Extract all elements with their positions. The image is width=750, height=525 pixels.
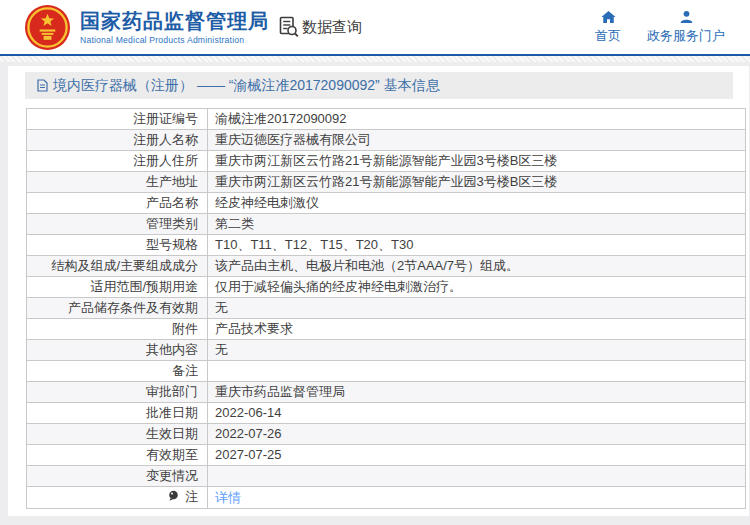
row-value: 仅用于减轻偏头痛的经皮神经电刺激治疗。 [208,277,746,298]
row-label: 注册证编号 [27,109,208,130]
table-row: 产品名称 经皮神经电刺激仪 [27,193,746,214]
table-row: 结构及组成/主要组成成分 该产品由主机、电极片和电池（2节AAA/7号）组成。 [27,256,746,277]
row-label: 注 [185,489,198,504]
china-national-emblem-icon [24,4,71,51]
table-row-note: 注 详情 [27,487,746,509]
table-row: 审批部门 重庆市药品监督管理局 [27,382,746,403]
table-row: 其他内容 无 [27,340,746,361]
row-label: 注册人住所 [27,151,208,172]
header-nav: 首页 政务服务门户 [595,10,735,45]
row-value: 渝械注准20172090092 [208,109,746,130]
row-label: 备注 [27,361,208,382]
row-label-note: 注 [27,487,208,509]
table-row: 生效日期 2022-07-26 [27,424,746,445]
row-value: 2022-06-14 [208,403,746,424]
table-row: 变更情况 [27,466,746,487]
row-label: 结构及组成/主要组成成分 [27,256,208,277]
row-value: T10、T11、T12、T15、T20、T30 [208,235,746,256]
row-value: 该产品由主机、电极片和电池（2节AAA/7号）组成。 [208,256,746,277]
row-value: 2027-07-25 [208,445,746,466]
table-row: 批准日期 2022-06-14 [27,403,746,424]
person-icon [679,10,694,24]
row-label: 注册人名称 [27,130,208,151]
document-search-icon [279,16,299,38]
data-query-label: 数据查询 [302,18,362,37]
table-row: 适用范围/预期用途 仅用于减轻偏头痛的经皮神经电刺激治疗。 [27,277,746,298]
nav-home-label: 首页 [595,27,621,45]
row-label: 其他内容 [27,340,208,361]
row-label: 有效期至 [27,445,208,466]
table-row: 产品储存条件及有效期 无 [27,298,746,319]
row-label: 管理类别 [27,214,208,235]
detail-link[interactable]: 详情 [215,490,241,505]
row-label: 审批部门 [27,382,208,403]
row-value: 第二类 [208,214,746,235]
row-value: 产品技术要求 [208,319,746,340]
content-card: 境内医疗器械（注册） —— “渝械注准20172090092” 基本信息 注册证… [8,66,749,516]
row-value: 详情 [208,487,746,509]
table-row: 型号规格 T10、T11、T12、T15、T20、T30 [27,235,746,256]
row-label: 变更情况 [27,466,208,487]
row-label: 生产地址 [27,172,208,193]
row-label: 附件 [27,319,208,340]
nav-portal[interactable]: 政务服务门户 [647,10,725,45]
row-label: 批准日期 [27,403,208,424]
row-label: 产品名称 [27,193,208,214]
document-icon [37,79,48,92]
nav-home[interactable]: 首页 [595,10,621,45]
site-title: 国家药品监督管理局 [80,9,269,33]
nav-portal-label: 政务服务门户 [647,27,725,45]
row-value [208,466,746,487]
table-row: 注册人名称 重庆迈德医疗器械有限公司 [27,130,746,151]
header: 国家药品监督管理局 National Medical Products Admi… [0,0,750,56]
row-value: 重庆迈德医疗器械有限公司 [208,130,746,151]
table-row: 附件 产品技术要求 [27,319,746,340]
note-balloon-icon [168,488,179,508]
nmpa-logo: 国家药品监督管理局 National Medical Products Admi… [24,4,269,51]
site-titles: 国家药品监督管理局 National Medical Products Admi… [80,9,269,45]
row-label: 产品储存条件及有效期 [27,298,208,319]
home-icon [601,10,616,24]
table-row: 注册人住所 重庆市两江新区云竹路21号新能源智能产业园3号楼B区三楼 [27,151,746,172]
content-area: 境内医疗器械（注册） —— “渝械注准20172090092” 基本信息 注册证… [0,62,750,525]
row-value: 无 [208,298,746,319]
table-row: 备注 [27,361,746,382]
site-subtitle: National Medical Products Administration [80,35,269,45]
table-row: 生产地址 重庆市两江新区云竹路21号新能源智能产业园3号楼B区三楼 [27,172,746,193]
row-value: 无 [208,340,746,361]
row-value: 重庆市两江新区云竹路21号新能源智能产业园3号楼B区三楼 [208,151,746,172]
row-label: 生效日期 [27,424,208,445]
table-row: 有效期至 2027-07-25 [27,445,746,466]
row-value: 2022-07-26 [208,424,746,445]
breadcrumb: 境内医疗器械（注册） —— “渝械注准20172090092” 基本信息 [25,72,733,99]
row-value: 经皮神经电刺激仪 [208,193,746,214]
row-value: 重庆市两江新区云竹路21号新能源智能产业园3号楼B区三楼 [208,172,746,193]
row-value: 重庆市药品监督管理局 [208,382,746,403]
table-row: 管理类别 第二类 [27,214,746,235]
data-query-link[interactable]: 数据查询 [279,16,362,38]
row-label: 型号规格 [27,235,208,256]
table-row: 注册证编号 渝械注准20172090092 [27,109,746,130]
page-title: 境内医疗器械（注册） —— “渝械注准20172090092” 基本信息 [53,77,440,95]
row-value [208,361,746,382]
row-label: 适用范围/预期用途 [27,277,208,298]
registration-info-table: 注册证编号 渝械注准20172090092 注册人名称 重庆迈德医疗器械有限公司… [26,108,746,509]
